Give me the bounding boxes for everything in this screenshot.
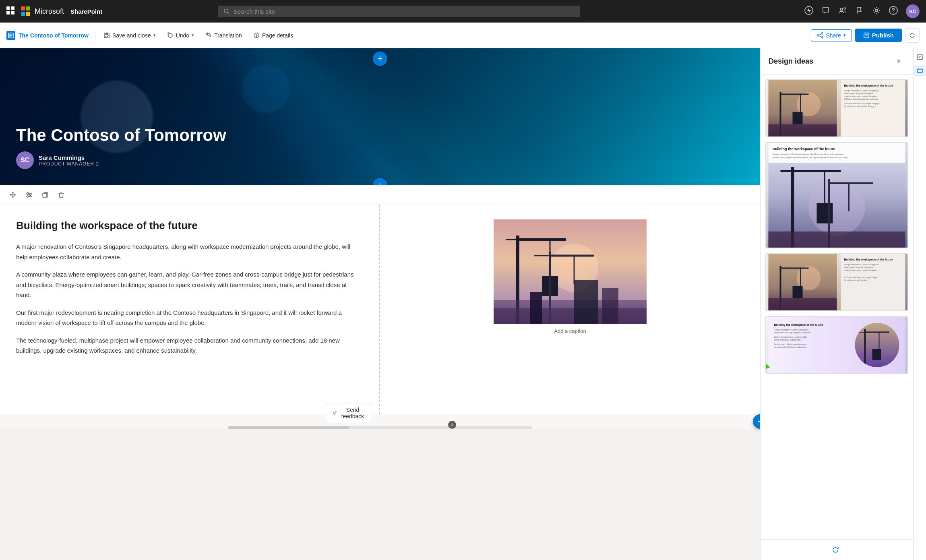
collapse-button[interactable] xyxy=(905,28,920,43)
svg-text:completion at the Contoso head: completion at the Contoso headquarters. xyxy=(774,346,807,348)
share-people-icon[interactable] xyxy=(838,6,847,17)
svg-point-22 xyxy=(821,37,823,38)
hero-author-name: Sara Cummings xyxy=(39,154,99,161)
svg-rect-49 xyxy=(494,300,647,324)
svg-text:Our first major redevelopment : Our first major redevelopment is nearing xyxy=(774,343,807,345)
undo-button[interactable]: Undo ▾ xyxy=(162,30,199,41)
undo-dropdown-arrow: ▾ xyxy=(192,33,194,38)
section-delete-button[interactable] xyxy=(55,188,68,201)
send-feedback-label: Send feedback xyxy=(340,407,365,419)
translation-button[interactable]: Translation xyxy=(200,30,247,41)
design-card-2[interactable]: Building the workspace of the future A m… xyxy=(765,142,908,248)
svg-text:Car free zones and cross-campu: Car free zones and cross-campus bridge xyxy=(844,277,877,279)
article-para-3: Our first major redevelopment is nearing… xyxy=(16,308,363,328)
svg-rect-89 xyxy=(769,298,837,310)
svg-point-11 xyxy=(893,12,894,13)
section-move-button[interactable] xyxy=(6,188,19,201)
content-section: Building the workspace of the future A m… xyxy=(0,185,760,429)
share-icon xyxy=(817,32,823,39)
hero-section: + The Contoso of Tomorrow SC Sara Cummin… xyxy=(0,48,760,185)
svg-point-20 xyxy=(256,34,257,35)
image-caption[interactable]: Add a caption xyxy=(554,328,586,334)
help-icon[interactable] xyxy=(889,6,898,17)
hero-author-info: Sara Cummings PRODUCT MANAGER 2 xyxy=(39,154,99,167)
section-toolbar xyxy=(0,185,760,205)
send-feedback-button[interactable]: Send feedback xyxy=(326,403,372,423)
share-dropdown-arrow: ▾ xyxy=(843,33,846,38)
horizontal-scrollbar[interactable] xyxy=(228,426,532,429)
panel-icon-2 xyxy=(917,68,923,74)
side-panel-btn-1[interactable] xyxy=(914,52,926,63)
comment-icon[interactable] xyxy=(821,6,830,17)
section-duplicate-button[interactable] xyxy=(39,188,52,201)
side-panel-btn-2-active[interactable] xyxy=(914,65,926,76)
avatar[interactable]: SC xyxy=(906,4,920,18)
collapse-icon xyxy=(909,32,916,39)
product-name[interactable]: SharePoint xyxy=(70,8,102,15)
svg-point-9 xyxy=(875,9,878,12)
translation-label: Translation xyxy=(214,32,242,39)
svg-point-33 xyxy=(29,194,31,196)
share-button[interactable]: Share ▾ xyxy=(811,29,852,41)
add-section-top-button[interactable]: + xyxy=(373,52,387,66)
svg-text:Car free zones and cross-campu: Car free zones and cross-campus bridge xyxy=(774,336,807,338)
svg-rect-78 xyxy=(817,203,833,223)
svg-rect-115 xyxy=(918,55,922,60)
hero-content: The Contoso of Tomorrow SC Sara Cummings… xyxy=(16,126,226,169)
section-settings-button[interactable] xyxy=(23,188,35,201)
svg-rect-51 xyxy=(602,288,618,324)
company-name: Microsoft xyxy=(35,7,64,16)
page-details-icon xyxy=(253,32,260,39)
svg-text:A major renovation of Contoso': A major renovation of Contoso's Singapor… xyxy=(773,153,844,155)
svg-text:for pedestrians and bicyclists: for pedestrians and bicyclists. xyxy=(844,279,868,281)
design-card-1-svg: Building the workspace of the future A m… xyxy=(766,80,907,136)
refresh-icon xyxy=(832,546,839,554)
design-panel-header: Design ideas × xyxy=(761,48,913,74)
svg-text:modernization projects around : modernization projects around the globe. xyxy=(844,269,877,271)
article-text-column: Building the workspace of the future A m… xyxy=(0,205,380,414)
svg-text:modernization projects around : modernization projects around the globe, xyxy=(844,95,877,97)
save-icon xyxy=(103,32,110,39)
svg-rect-50 xyxy=(574,280,598,324)
top-navigation: Microsoft SharePoint xyxy=(0,0,926,23)
design-panel-close-button[interactable]: × xyxy=(892,55,905,68)
design-card-4[interactable]: Building the workspace of the future A m… xyxy=(765,316,908,374)
settings-icon[interactable] xyxy=(872,6,881,17)
search-input[interactable] xyxy=(234,8,574,15)
design-card-1[interactable]: Building the workspace of the future A m… xyxy=(765,79,908,137)
svg-rect-52 xyxy=(530,292,542,324)
article-para-4: The technology-fueled, multiphase projec… xyxy=(16,335,363,356)
publish-button[interactable]: Publish xyxy=(855,29,902,42)
panel-icon-1 xyxy=(917,54,923,60)
toolbar-divider-1 xyxy=(95,30,95,41)
svg-rect-2 xyxy=(6,11,10,14)
hero-title: The Contoso of Tomorrow xyxy=(16,126,226,145)
svg-text:A major renovation of Contoso': A major renovation of Contoso's Singapor… xyxy=(844,90,879,92)
see-more-ideas-button[interactable] xyxy=(761,539,913,560)
main-area: + The Contoso of Tomorrow SC Sara Cummin… xyxy=(0,48,926,560)
design-card-3[interactable]: Building the workspace of the future A m… xyxy=(765,253,908,311)
article-image[interactable] xyxy=(494,219,647,324)
hero-avatar: SC xyxy=(16,151,34,169)
share-label: Share xyxy=(826,32,841,39)
save-close-dropdown-arrow: ▾ xyxy=(153,33,156,38)
svg-point-34 xyxy=(27,196,29,197)
page-canvas[interactable]: + The Contoso of Tomorrow SC Sara Cummin… xyxy=(0,48,760,560)
design-ideas-panel: Design ideas × xyxy=(760,48,913,560)
lightning-icon[interactable] xyxy=(804,6,813,17)
microsoft-logo[interactable]: Microsoft xyxy=(21,6,64,16)
page-details-button[interactable]: Page details xyxy=(248,30,298,41)
apps-icon[interactable] xyxy=(6,6,14,17)
close-scrollbar-button[interactable]: × xyxy=(448,421,456,429)
save-close-button[interactable]: Save and close ▾ xyxy=(99,30,161,41)
search-icon xyxy=(223,8,230,14)
settings-section-icon xyxy=(25,191,33,198)
move-icon xyxy=(9,191,17,198)
design-panel-cards[interactable]: Building the workspace of the future A m… xyxy=(761,74,913,539)
svg-point-23 xyxy=(817,35,819,36)
svg-text:A major renovation of Contoso': A major renovation of Contoso's Singapor… xyxy=(844,264,879,266)
undo-icon xyxy=(167,32,174,39)
search-bar[interactable] xyxy=(218,6,580,17)
add-section-below-button[interactable]: + xyxy=(753,414,760,429)
flag-icon[interactable] xyxy=(855,6,864,17)
